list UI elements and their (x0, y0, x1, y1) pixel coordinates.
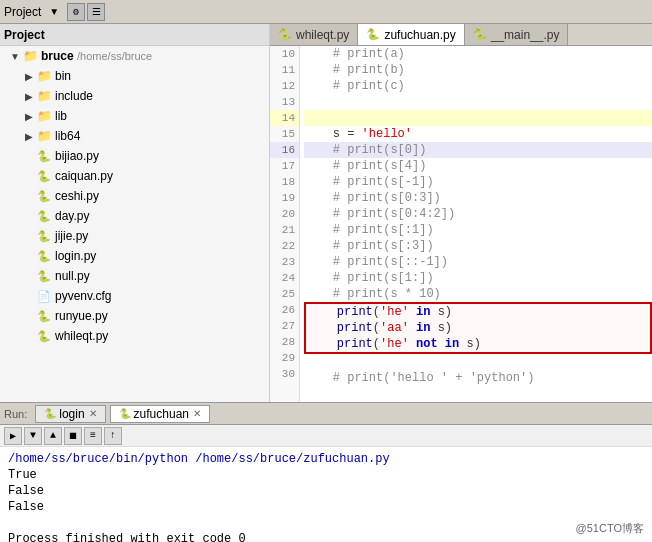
ln-11: 11 (270, 62, 299, 78)
runyue-file-icon: 🐍 (36, 309, 52, 323)
run-tab-login[interactable]: 🐍 login ✕ (35, 405, 105, 423)
editor-tabs: 🐍 whileqt.py 🐍 zufuchuan.py 🐍 __main__.p… (270, 24, 652, 46)
code-line-20: # print(s[0:4:2]) (304, 206, 652, 222)
code-line-28: print('he' not in s) (308, 336, 648, 352)
run-tab-zufuchuan-label: zufuchuan (134, 407, 189, 421)
run-down-button[interactable]: ▼ (24, 427, 42, 445)
run-tab-login-icon: 🐍 (44, 408, 56, 419)
sidebar-item-include[interactable]: ▶ 📁 include (0, 86, 269, 106)
ln-13: 13 (270, 94, 299, 110)
tab-zufuchuan-label: zufuchuan.py (384, 28, 455, 42)
bijiao-label: bijiao.py (55, 149, 99, 163)
pyvenv-label: pyvenv.cfg (55, 289, 111, 303)
ln-14: 14 (270, 110, 299, 126)
sidebar-item-day[interactable]: 🐍 day.py (0, 206, 269, 226)
output-line-exit: Process finished with exit code 0 (8, 531, 644, 542)
ln-29: 29 (270, 350, 299, 366)
sidebar-item-bin[interactable]: ▶ 📁 bin (0, 66, 269, 86)
run-toolbar: ▶ ▼ ▲ ⏹ ≡ ↑ (0, 425, 652, 447)
sidebar-item-caiquan[interactable]: 🐍 caiquan.py (0, 166, 269, 186)
ln-18: 18 (270, 174, 299, 190)
run-scroll-button[interactable]: ↑ (104, 427, 122, 445)
sidebar-item-whileqt[interactable]: 🐍 whileqt.py (0, 326, 269, 346)
whileqt-label: whileqt.py (55, 329, 108, 343)
bin-arrow: ▶ (22, 71, 36, 82)
root-label: bruce /home/ss/bruce (41, 49, 152, 63)
ln-30: 30 (270, 366, 299, 382)
login-label: login.py (55, 249, 96, 263)
tab-zufuchuan[interactable]: 🐍 zufuchuan.py (358, 24, 464, 45)
lib64-folder-icon: 📁 (36, 129, 52, 143)
tab-main[interactable]: 🐍 __main__.py (465, 24, 569, 45)
lib-label: lib (55, 109, 67, 123)
code-line-17: # print(s[4]) (304, 158, 652, 174)
include-folder-icon: 📁 (36, 89, 52, 103)
main-layout: Project ▼ 📁 bruce /home/ss/bruce ▶ 📁 bin… (0, 24, 652, 402)
sidebar-item-lib64[interactable]: ▶ 📁 lib64 (0, 126, 269, 146)
run-play-button[interactable]: ▶ (4, 427, 22, 445)
include-label: include (55, 89, 93, 103)
login-file-icon: 🐍 (36, 249, 52, 263)
code-line-10: # print(a) (304, 46, 652, 62)
ln-16: 16 (270, 142, 299, 158)
run-label: Run: (4, 408, 27, 420)
sidebar-item-jijie[interactable]: 🐍 jijie.py (0, 226, 269, 246)
code-line-18: # print(s[-1]) (304, 174, 652, 190)
jijie-label: jijie.py (55, 229, 88, 243)
output-line-false2: False (8, 499, 644, 515)
sidebar-item-pyvenv[interactable]: 📄 pyvenv.cfg (0, 286, 269, 306)
run-stop-button[interactable]: ⏹ (64, 427, 82, 445)
run-menu-button[interactable]: ≡ (84, 427, 102, 445)
sidebar-item-null[interactable]: 🐍 null.py (0, 266, 269, 286)
null-label: null.py (55, 269, 90, 283)
caiquan-label: caiquan.py (55, 169, 113, 183)
code-line-16: # print(s[0]) (304, 142, 652, 158)
ln-23: 23 (270, 254, 299, 270)
lib64-label: lib64 (55, 129, 80, 143)
ceshi-file-icon: 🐍 (36, 189, 52, 203)
ln-17: 17 (270, 158, 299, 174)
ln-12: 12 (270, 78, 299, 94)
run-up-button[interactable]: ▲ (44, 427, 62, 445)
bin-label: bin (55, 69, 71, 83)
top-bar: Project ▼ ⚙ ☰ (0, 0, 652, 24)
code-line-23: # print(s[::-1]) (304, 254, 652, 270)
sidebar-item-lib[interactable]: ▶ 📁 lib (0, 106, 269, 126)
day-file-icon: 🐍 (36, 209, 52, 223)
runyue-label: runyue.py (55, 309, 108, 323)
code-line-15: s = 'hello' (304, 126, 652, 142)
ln-21: 21 (270, 222, 299, 238)
bijiao-file-icon: 🐍 (36, 149, 52, 163)
run-tab-zufuchuan-close[interactable]: ✕ (193, 408, 201, 419)
code-line-29 (304, 354, 652, 370)
toolbar-icon-2[interactable]: ☰ (87, 3, 105, 21)
code-boxed-group: print('he' in s) print('aa' in s) print(… (304, 302, 652, 354)
sidebar-item-runyue[interactable]: 🐍 runyue.py (0, 306, 269, 326)
caiquan-file-icon: 🐍 (36, 169, 52, 183)
sidebar-item-ceshi[interactable]: 🐍 ceshi.py (0, 186, 269, 206)
run-tab-zufuchuan[interactable]: 🐍 zufuchuan ✕ (110, 405, 210, 423)
code-content[interactable]: # print(a) # print(b) # print(c) s = 'he… (300, 46, 652, 402)
project-tree-label: Project (4, 28, 265, 42)
editor: 🐍 whileqt.py 🐍 zufuchuan.py 🐍 __main__.p… (270, 24, 652, 402)
tab-whileqt[interactable]: 🐍 whileqt.py (270, 24, 358, 45)
run-tab-login-close[interactable]: ✕ (89, 408, 97, 419)
line-numbers: 10 11 12 13 14 15 16 17 18 19 20 21 22 2… (270, 46, 300, 402)
ln-22: 22 (270, 238, 299, 254)
pyvenv-file-icon: 📄 (36, 289, 52, 303)
code-line-27: print('aa' in s) (308, 320, 648, 336)
run-tabs: Run: 🐍 login ✕ 🐍 zufuchuan ✕ (0, 403, 652, 425)
run-tab-login-label: login (59, 407, 84, 421)
null-file-icon: 🐍 (36, 269, 52, 283)
sidebar-item-login[interactable]: 🐍 login.py (0, 246, 269, 266)
sidebar-item-bijiao[interactable]: 🐍 bijiao.py (0, 146, 269, 166)
code-line-25: # print(s * 10) (304, 286, 652, 302)
tree-root[interactable]: ▼ 📁 bruce /home/ss/bruce (0, 46, 269, 66)
lib64-arrow: ▶ (22, 131, 36, 142)
output-line-false1: False (8, 483, 644, 499)
project-dropdown-icon[interactable]: ▼ (49, 6, 59, 17)
toolbar-icon-1[interactable]: ⚙ (67, 3, 85, 21)
sidebar-header: Project (0, 24, 269, 46)
output-cmd-line: /home/ss/bruce/bin/python /home/ss/bruce… (8, 451, 644, 467)
ln-24: 24 (270, 270, 299, 286)
